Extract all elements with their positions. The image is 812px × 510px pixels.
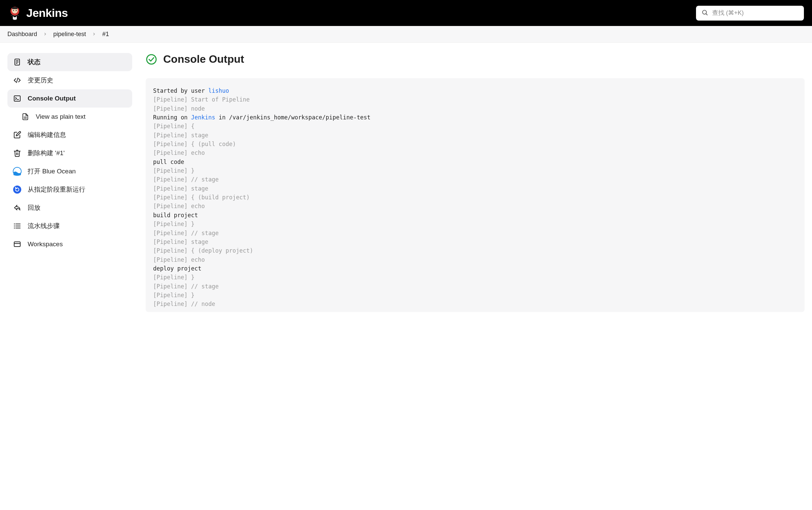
breadcrumb-item[interactable]: #1 xyxy=(102,31,109,38)
blue-ocean-icon xyxy=(13,167,22,176)
sidebar-item-label: View as plain text xyxy=(36,113,86,120)
console-text: in /var/jenkins_home/workspace/pipeline-… xyxy=(215,114,371,121)
search-icon xyxy=(701,9,708,17)
console-line: [Pipeline] // stage xyxy=(153,282,797,291)
svg-point-28 xyxy=(147,55,156,64)
console-line: [Pipeline] } xyxy=(153,291,797,300)
sidebar-item-changes[interactable]: 变更历史 xyxy=(7,71,132,89)
app-header: Jenkins xyxy=(0,0,812,26)
page-layout: 状态 变更历史 Console Output xyxy=(0,43,812,312)
file-icon xyxy=(21,112,30,121)
svg-line-6 xyxy=(706,13,707,15)
console-line: [Pipeline] // stage xyxy=(153,175,797,184)
jenkins-logo-icon xyxy=(8,6,22,21)
folder-icon xyxy=(13,240,22,249)
console-text: Started by user xyxy=(153,87,208,94)
chevron-right-icon xyxy=(92,32,96,37)
code-icon xyxy=(13,76,22,85)
sidebar-item-label: 回放 xyxy=(28,203,40,212)
svg-rect-12 xyxy=(14,96,20,101)
sidebar-item-label: 打开 Blue Ocean xyxy=(28,167,76,176)
console-line: [Pipeline] stage xyxy=(153,237,797,246)
svg-rect-2 xyxy=(12,7,18,9)
sidebar-item-blue-ocean[interactable]: 打开 Blue Ocean xyxy=(7,162,132,180)
console-link[interactable]: Jenkins xyxy=(191,114,215,121)
trash-icon xyxy=(13,149,22,158)
svg-rect-26 xyxy=(14,242,20,247)
console-line: pull code xyxy=(153,158,797,166)
console-line: Running on Jenkins in /var/jenkins_home/… xyxy=(153,113,797,122)
sidebar-item-label: 编辑构建信息 xyxy=(28,131,66,139)
console-link[interactable]: lishuo xyxy=(208,87,229,94)
console-line: [Pipeline] Start of Pipeline xyxy=(153,95,797,104)
console-text: Running on xyxy=(153,114,191,121)
sidebar-item-label: 删除构建 '#1' xyxy=(28,149,65,158)
brand-title: Jenkins xyxy=(26,6,68,20)
breadcrumb-item[interactable]: pipeline-test xyxy=(53,31,86,38)
console-line: deploy project xyxy=(153,264,797,273)
breadcrumb-item[interactable]: Dashboard xyxy=(7,31,37,38)
console-line: Started by user lishuo xyxy=(153,86,797,95)
success-check-icon xyxy=(146,54,157,65)
steps-icon xyxy=(13,222,22,230)
brand[interactable]: Jenkins xyxy=(8,6,68,21)
svg-point-4 xyxy=(16,10,17,11)
console-line: [Pipeline] node xyxy=(153,104,797,113)
sidebar-item-status[interactable]: 状态 xyxy=(7,53,132,71)
edit-icon xyxy=(13,131,22,139)
sidebar-item-pipeline-steps[interactable]: 流水线步骤 xyxy=(7,217,132,235)
document-icon xyxy=(13,58,22,66)
restart-icon xyxy=(13,185,22,194)
search-box[interactable] xyxy=(696,6,804,21)
svg-line-11 xyxy=(17,78,18,83)
console-line: [Pipeline] } xyxy=(153,273,797,282)
sidebar-item-label: 流水线步骤 xyxy=(28,222,60,230)
breadcrumb: Dashboard pipeline-test #1 xyxy=(0,26,812,43)
console-line: [Pipeline] stage xyxy=(153,184,797,193)
console-line: [Pipeline] { xyxy=(153,122,797,131)
sidebar-item-view-plain-text[interactable]: View as plain text xyxy=(7,108,132,126)
svg-point-19 xyxy=(13,186,21,194)
console-line: [Pipeline] { (pull code) xyxy=(153,140,797,148)
chevron-right-icon xyxy=(43,32,47,37)
sidebar-item-label: 从指定阶段重新运行 xyxy=(28,185,85,194)
console-output: Started by user lishuo[Pipeline] Start o… xyxy=(146,78,805,312)
main-content: Console Output Started by user lishuo[Pi… xyxy=(146,53,805,312)
sidebar-item-replay[interactable]: 回放 xyxy=(7,199,132,217)
sidebar-item-label: 状态 xyxy=(28,58,40,66)
terminal-icon xyxy=(13,94,22,103)
search-input[interactable] xyxy=(712,9,799,17)
sidebar-item-console-output[interactable]: Console Output xyxy=(7,89,132,108)
console-line: [Pipeline] echo xyxy=(153,255,797,264)
console-line: [Pipeline] } xyxy=(153,166,797,175)
console-line: [Pipeline] { (build project) xyxy=(153,193,797,202)
console-line: [Pipeline] // stage xyxy=(153,229,797,237)
console-line: [Pipeline] } xyxy=(153,220,797,228)
console-line: [Pipeline] echo xyxy=(153,202,797,210)
console-line: [Pipeline] echo xyxy=(153,148,797,157)
console-line: [Pipeline] // node xyxy=(153,300,797,308)
svg-point-3 xyxy=(13,10,14,11)
sidebar-item-edit-build-info[interactable]: 编辑构建信息 xyxy=(7,126,132,144)
sidebar-item-label: Console Output xyxy=(28,95,76,102)
replay-icon xyxy=(13,203,22,212)
page-title: Console Output xyxy=(163,53,244,65)
sidebar-item-label: Workspaces xyxy=(28,240,63,248)
sidebar-item-restart-from-stage[interactable]: 从指定阶段重新运行 xyxy=(7,180,132,199)
sidebar-item-label: 变更历史 xyxy=(28,76,53,85)
sidebar-item-delete-build[interactable]: 删除构建 '#1' xyxy=(7,144,132,162)
console-line: [Pipeline] stage xyxy=(153,131,797,140)
sidebar: 状态 变更历史 Console Output xyxy=(7,53,132,312)
console-line: [Pipeline] { (deploy project) xyxy=(153,246,797,255)
sidebar-item-workspaces[interactable]: Workspaces xyxy=(7,235,132,253)
console-line: build project xyxy=(153,211,797,220)
page-header: Console Output xyxy=(146,53,805,65)
